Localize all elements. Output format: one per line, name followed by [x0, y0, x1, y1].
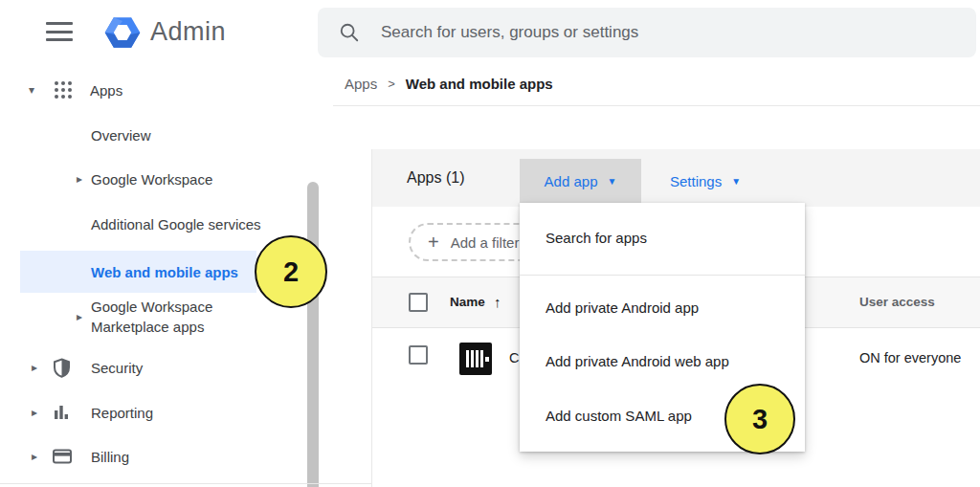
dropdown-arrow-icon: ▼ — [731, 176, 741, 187]
sort-ascending-icon[interactable]: ↑ — [494, 277, 501, 328]
sidebar-item-marketplace-apps[interactable]: ▸ Google Workspace Marketplace apps — [77, 297, 246, 337]
column-header-user-access[interactable]: User access — [859, 277, 935, 328]
google-admin-logo-icon — [101, 11, 144, 57]
breadcrumb-separator: > — [388, 77, 395, 91]
sidebar-item-label: Security — [91, 360, 143, 376]
column-header-name[interactable]: Name — [450, 277, 485, 328]
sidebar-item-label: Overview — [91, 127, 151, 144]
sidebar-item-reporting[interactable]: ▸ Reporting — [32, 401, 153, 424]
search-placeholder: Search for users, groups or settings — [381, 23, 638, 42]
sidebar-item-apps[interactable]: ▾ Apps — [29, 77, 122, 103]
sidebar-scrollbar[interactable] — [307, 182, 319, 487]
sidebar-item-label: Google Workspace — [91, 171, 212, 188]
chevron-down-icon[interactable]: ▾ — [29, 83, 54, 97]
sidebar-item-web-and-mobile-apps-label[interactable]: Web and mobile apps — [91, 251, 238, 293]
divider — [333, 105, 980, 106]
sidebar-item-label: Web and mobile apps — [91, 264, 238, 280]
annotation-step-3: 3 — [724, 384, 795, 454]
credit-card-icon — [53, 449, 91, 464]
sidebar-item-google-workspace[interactable]: ▸ Google Workspace — [77, 168, 212, 189]
product-name: Admin — [150, 17, 226, 47]
chevron-right-icon[interactable]: ▸ — [32, 361, 53, 374]
chevron-right-icon[interactable]: ▸ — [77, 310, 91, 323]
divider — [0, 483, 371, 484]
select-all-checkbox[interactable] — [409, 293, 428, 312]
sidebar-item-label: Apps — [90, 82, 122, 99]
app-logo-icon — [459, 343, 492, 379]
bar-chart-icon — [53, 404, 91, 421]
plus-icon: + — [428, 232, 439, 254]
chevron-right-icon[interactable]: ▸ — [77, 172, 91, 186]
settings-button[interactable]: Settings ▼ — [670, 159, 741, 203]
sidebar-item-overview[interactable]: Overview — [91, 124, 151, 145]
sidebar-item-additional-google-services[interactable]: Additional Google services — [91, 213, 261, 234]
annotation-step-2: 2 — [255, 235, 327, 308]
search-input[interactable]: Search for users, groups or settings — [318, 8, 976, 57]
dropdown-arrow-icon: ▼ — [607, 176, 616, 187]
breadcrumb-parent[interactable]: Apps — [345, 76, 377, 92]
sidebar-item-billing[interactable]: ▸ Billing — [32, 445, 129, 468]
sidebar-item-security[interactable]: ▸ Security — [32, 356, 143, 379]
search-icon — [339, 22, 360, 43]
settings-label: Settings — [670, 173, 722, 189]
sidebar-item-label: Reporting — [91, 405, 153, 421]
breadcrumb: Apps > Web and mobile apps — [345, 76, 553, 92]
menu-item-add-private-android-app[interactable]: Add private Android app — [546, 299, 699, 316]
add-app-label: Add app — [545, 173, 598, 189]
menu-icon[interactable] — [46, 22, 73, 41]
menu-divider — [520, 275, 805, 276]
add-filter-label: Add a filter — [451, 234, 520, 251]
shield-icon — [53, 358, 91, 378]
add-app-button[interactable]: Add app ▼ — [520, 159, 641, 203]
app-name[interactable]: C — [509, 350, 519, 365]
row-checkbox[interactable] — [409, 345, 428, 365]
sidebar-item-label: Additional Google services — [91, 216, 261, 232]
apps-count-title: Apps (1) — [407, 149, 464, 207]
menu-item-add-private-android-web-app[interactable]: Add private Android web app — [546, 353, 729, 369]
menu-item-add-custom-saml-app[interactable]: Add custom SAML app — [546, 408, 692, 424]
chevron-right-icon[interactable]: ▸ — [32, 450, 53, 463]
sidebar-item-label: Billing — [91, 449, 129, 465]
apps-grid-icon — [54, 80, 90, 100]
breadcrumb-current: Web and mobile apps — [406, 76, 553, 92]
user-access-value: ON for everyone — [859, 350, 961, 365]
sidebar-item-label: Google Workspace Marketplace apps — [91, 297, 246, 337]
menu-item-search-for-apps[interactable]: Search for apps — [546, 230, 647, 246]
chevron-right-icon[interactable]: ▸ — [32, 406, 53, 419]
